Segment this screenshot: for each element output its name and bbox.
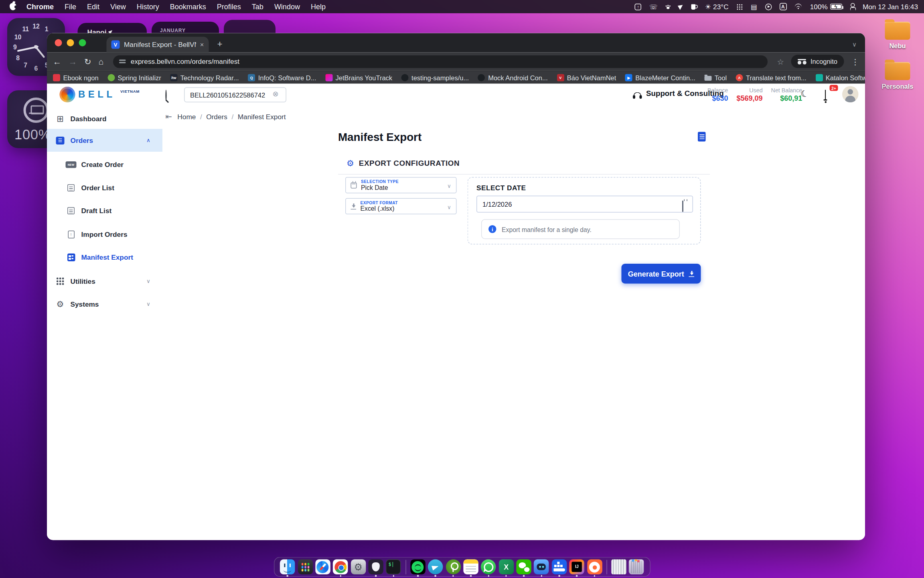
menu-item-tab[interactable]: Tab	[246, 2, 269, 11]
grid-status-icon[interactable]	[736, 3, 743, 10]
bookmark-star-icon[interactable]: ☆	[777, 57, 784, 66]
weather-status[interactable]: ☀23°C	[705, 2, 729, 11]
reload-button[interactable]: ↻	[84, 57, 91, 66]
zoom-window-button[interactable]	[79, 39, 86, 47]
menu-item-profiles[interactable]: Profiles	[211, 2, 246, 11]
dock-item-chrome[interactable]	[333, 560, 348, 575]
bookmark-item[interactable]: QInfoQ: Software D...	[248, 74, 316, 81]
new-tab-button[interactable]: +	[217, 39, 223, 49]
shield-app-status-icon[interactable]: ↑	[635, 3, 642, 10]
minimize-window-button[interactable]	[67, 39, 74, 47]
document-icon[interactable]	[698, 132, 706, 142]
input-source-icon[interactable]: A	[779, 3, 786, 10]
site-settings-icon[interactable]	[119, 59, 126, 65]
bookmark-item[interactable]: Mock Android Con...	[478, 74, 548, 81]
tab-search-chevron-icon[interactable]: ∨	[852, 41, 857, 48]
calendar-icon[interactable]	[682, 201, 683, 212]
phone-status-icon[interactable]: ☏	[649, 3, 658, 10]
export-format-select[interactable]: EXPORT FORMAT Excel (.xlsx) ∨	[345, 198, 457, 215]
bookmark-item[interactable]: testing-samples/u...	[401, 74, 469, 81]
dock-item-finder[interactable]	[280, 560, 295, 575]
notifications-button[interactable]	[825, 90, 826, 101]
menu-item-bookmarks[interactable]: Bookmarks	[164, 2, 211, 11]
menu-app-name[interactable]: Chrome	[21, 2, 59, 11]
bookmark-item[interactable]: Katalon Software...	[815, 74, 865, 81]
breadcrumb-home[interactable]: Home	[177, 113, 196, 120]
sidebar-item-draft-list[interactable]: Draft List	[47, 204, 162, 218]
sidebar-item-order-list[interactable]: Order List	[47, 181, 162, 195]
menu-item-edit[interactable]: Edit	[82, 2, 105, 11]
bookmark-item[interactable]: VBáo VietNamNet	[557, 74, 616, 81]
menu-clock[interactable]: Mon 12 Jan 16:43	[863, 3, 918, 10]
location-status-icon[interactable]	[678, 3, 684, 10]
bookmarks-bar: Ebook ngon Spring Initializr /twTechnolo…	[47, 71, 865, 84]
dock-item-intellij[interactable]	[569, 560, 585, 575]
forward-button[interactable]: →	[69, 57, 77, 66]
bookmark-item[interactable]: Spring Initializr	[107, 74, 161, 81]
dock-item-launchpad[interactable]	[298, 560, 313, 575]
keyboard-status-icon[interactable]: ▤	[751, 3, 757, 10]
desktop-folder-personals[interactable]: Personals	[873, 62, 922, 90]
dock-item-safari[interactable]	[315, 560, 330, 575]
menu-item-window[interactable]: Window	[269, 2, 305, 11]
tab-close-icon[interactable]: ×	[200, 41, 204, 48]
sidebar-item-create-order[interactable]: NEW Create Order	[47, 157, 162, 172]
dock-item-settings[interactable]: ⚙	[351, 560, 366, 575]
bookmark-item[interactable]: JetBrains YouTrack	[325, 74, 392, 81]
play-status-icon[interactable]	[765, 3, 772, 10]
paw-status-icon[interactable]	[667, 7, 670, 9]
search-input[interactable]	[184, 88, 286, 103]
dock-item-stickies[interactable]	[463, 560, 478, 575]
back-button[interactable]: ←	[53, 57, 61, 66]
browser-tab[interactable]: V Manifest Export - BellVN ×	[107, 37, 209, 53]
docker-icon	[552, 560, 567, 575]
dock-item-terminal[interactable]: $|	[386, 560, 401, 575]
dock-item-assistant[interactable]	[534, 560, 549, 575]
dock-item-trash[interactable]	[629, 560, 644, 575]
menu-item-view[interactable]: View	[105, 2, 132, 11]
dock-item-postman[interactable]	[587, 560, 602, 575]
menu-item-help[interactable]: Help	[305, 2, 331, 11]
desktop-folder-nebu[interactable]: Nebu	[873, 22, 922, 49]
search-icon[interactable]	[166, 90, 167, 102]
sidebar-collapse-icon[interactable]: ⇤	[166, 112, 172, 121]
generate-export-button[interactable]: Generate Export	[622, 264, 701, 284]
user-switch-icon[interactable]	[850, 3, 855, 10]
bookmark-item[interactable]: /twTechnology Radar...	[170, 74, 239, 81]
bookmark-folder-item[interactable]: Tool	[704, 74, 727, 81]
wifi-icon[interactable]	[794, 4, 802, 10]
bookmark-item[interactable]: Ebook ngon	[53, 74, 99, 81]
browser-menu-button[interactable]: ⋮	[851, 57, 859, 66]
address-bar[interactable]: express.bellvn.com/orders/manifest	[113, 55, 767, 68]
cup-status-icon[interactable]	[691, 4, 696, 10]
dock-item-telegram[interactable]	[428, 560, 443, 575]
menu-item-file[interactable]: File	[59, 2, 82, 11]
selection-type-select[interactable]: SELECTION TYPE Pick Date ∨	[345, 177, 457, 193]
dock-item-keepassxc[interactable]	[446, 560, 461, 575]
dock-item-shield-app[interactable]	[368, 560, 383, 575]
bookmark-item[interactable]: ▶BlazeMeter Contin...	[625, 74, 695, 81]
dock-item-whatsapp[interactable]	[481, 560, 496, 575]
home-button[interactable]: ⌂	[99, 57, 104, 66]
apple-icon[interactable]	[10, 3, 16, 10]
battery-status[interactable]: 100%ϟ	[810, 3, 842, 10]
date-input[interactable]	[476, 196, 693, 213]
dock-item-spotify[interactable]	[410, 560, 426, 575]
sidebar-item-dashboard[interactable]: ⊞ Dashboard	[47, 112, 162, 126]
sidebar-item-orders[interactable]: ☰ Orders ∧	[47, 129, 162, 152]
sidebar-item-import-orders[interactable]: ↑ Import Orders	[47, 227, 162, 242]
sidebar-item-manifest-export[interactable]: Manifest Export	[47, 250, 162, 265]
dock-item-wechat[interactable]	[516, 560, 531, 575]
dock-item-excel[interactable]: X	[498, 560, 514, 575]
dock-item-docker[interactable]	[552, 560, 567, 575]
bellvn-logo[interactable]	[60, 87, 75, 102]
clear-search-icon[interactable]: ⊗	[273, 90, 279, 98]
breadcrumb-orders[interactable]: Orders	[206, 113, 227, 120]
menu-item-history[interactable]: History	[131, 2, 164, 11]
sidebar-item-utilities[interactable]: Utilities ∨	[47, 274, 162, 289]
dock-item-downloads[interactable]	[611, 560, 626, 575]
close-window-button[interactable]	[55, 39, 62, 47]
bookmark-item[interactable]: ATranslate text from...	[736, 74, 806, 81]
avatar[interactable]	[842, 86, 859, 103]
sidebar-item-systems[interactable]: ⚙ Systems ∨	[47, 297, 162, 311]
